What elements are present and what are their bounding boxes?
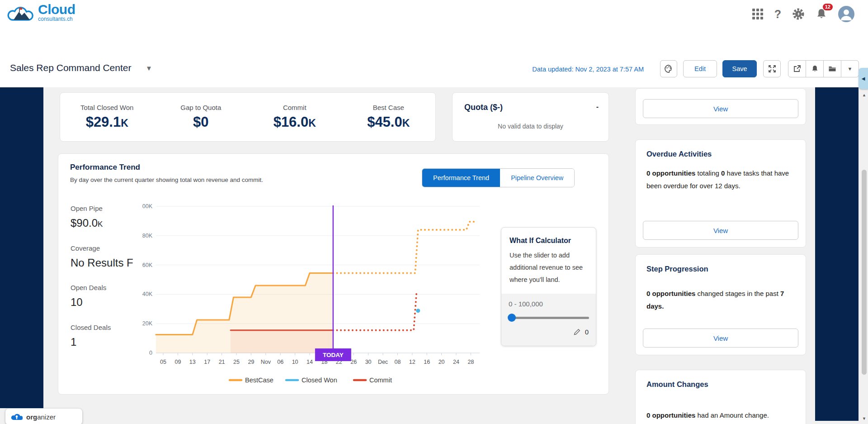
title-dropdown-caret-icon[interactable]: ▼ [146,64,152,72]
view-button-label: View [713,227,728,234]
titlebar-action-group: ▼ [788,60,859,77]
brand-subtitle: consultants.ch [38,16,75,22]
app-launcher-icon[interactable] [752,8,764,20]
bell-icon [811,65,819,73]
edit-button-label: Edit [694,65,706,72]
svg-text:Closed Won: Closed Won [302,376,337,384]
stat-label: Open Deals [71,284,138,291]
save-button-label: Save [732,65,747,72]
subscribe-bell-button[interactable] [806,61,824,77]
save-button[interactable]: Save [722,60,757,77]
kpi-label: Total Closed Won [60,104,154,111]
page-title: Sales Rep Command Center [10,62,131,73]
svg-text:Commit: Commit [369,376,392,384]
dashboard-canvas: Total Closed Won $29.1KGap to Quota $0Co… [0,87,868,424]
data-updated-text: Data updated: Nov 2, 2023 at 7:57 AM [532,66,644,73]
overdue-activities-text: 0 opportunities totaling 0 have tasks th… [646,167,796,192]
history-folder-button[interactable] [824,61,841,77]
chart-side-stats: Open Pipe$90.0KCoverageNo Results FOpen … [71,205,138,348]
what-if-title: What If Calculator [509,237,571,245]
amount-changes-title: Amount Changes [646,380,708,389]
collapse-panel-button[interactable]: ◀ [859,68,868,89]
quota-card: Quota ($-) - No valid data to display [452,92,609,142]
top-header: Cloud consultants.ch ? [0,0,868,29]
svg-text:80K: 80K [142,233,153,239]
kpi-value: $0 [154,114,248,130]
svg-text:0: 0 [149,350,152,356]
help-icon[interactable]: ? [774,8,781,21]
dashboard-title-bar: Sales Rep Command Center ▼ Data updated:… [0,51,868,88]
kpi-1: Gap to Quota $0 [154,93,248,141]
kpi-value: $45.0K [342,114,436,130]
svg-text:13: 13 [189,359,196,365]
notification-count-badge: 12 [823,4,833,10]
what-if-slider-panel: 0 - 100,000 0 [501,294,596,346]
svg-text:60K: 60K [142,262,153,268]
share-icon [793,65,801,73]
tab-bar: Analytics Studio Sales Rep Command Cente… [0,28,868,49]
toggle-performance-trend[interactable]: Performance Trend [422,169,500,187]
organizer-label: organizer [26,413,56,421]
scroll-down-arrow[interactable]: ▼ [860,414,868,422]
scrollbar-thumb[interactable] [862,170,867,375]
theme-palette-button[interactable] [660,60,677,77]
what-if-calculator-card: What If Calculator Use the slider to add… [501,227,596,346]
fullscreen-button[interactable] [763,60,781,77]
svg-text:16: 16 [424,359,430,365]
step-progression-text: 0 opportunities changed stages in the pa… [646,287,796,313]
organizer-extension-badge[interactable]: organizer [5,409,82,424]
svg-text:21: 21 [219,359,225,365]
view-button[interactable]: View [643,221,798,240]
caret-down-icon: ▼ [848,66,853,71]
revenue-slider[interactable] [509,317,589,319]
svg-text:Dec: Dec [378,359,388,365]
edit-pencil-icon[interactable] [574,329,580,335]
kpi-label: Commit [248,104,342,111]
quota-dash-value: - [596,103,599,111]
quota-empty-message: No valid data to display [453,123,609,130]
svg-text:10: 10 [292,359,298,365]
step-progression-card: Step Progression 0 opportunities changed… [635,254,806,355]
kpi-value: $16.0K [248,114,342,130]
svg-text:29: 29 [248,359,254,365]
kpi-label: Best Case [342,104,436,111]
svg-text:25: 25 [233,359,240,365]
performance-trend-chart: 020K40K60K80K100K05091317212529Nov061014… [142,199,549,394]
notifications-bell-icon[interactable]: 12 [816,8,827,20]
brand-logo: Cloud consultants.ch [7,3,75,25]
settings-gear-icon[interactable] [792,8,805,20]
kpi-0: Total Closed Won $29.1K [60,93,154,141]
cloud-mountain-logo-icon [7,3,35,25]
scroll-up-arrow[interactable]: ▲ [860,91,868,99]
vertical-scrollbar[interactable]: ▲ ▼ [860,87,868,424]
stat-label: Coverage [71,244,138,252]
stat-value: $90.0K [71,217,138,229]
stat-label: Open Pipe [71,205,138,212]
svg-text:30: 30 [365,359,372,365]
view-button[interactable]: View [643,99,798,118]
svg-text:12: 12 [409,359,415,365]
app-window: Cloud consultants.ch ? [0,0,868,424]
kpi-3: Best Case $45.0K [342,93,436,141]
view-button[interactable]: View [643,329,798,348]
svg-text:20: 20 [439,359,445,365]
slider-thumb[interactable] [508,314,516,322]
user-avatar[interactable] [838,6,854,22]
more-actions-caret-button[interactable]: ▼ [841,61,859,77]
stat-label: Closed Deals [71,324,138,331]
canvas-left-margin [0,87,43,408]
edit-button[interactable]: Edit [683,60,717,77]
folder-icon [828,65,836,72]
stat-value: 10 [71,296,138,309]
toggle-pipeline-overview[interactable]: Pipeline Overview [500,169,574,187]
view-button-label: View [713,334,728,342]
amount-changes-text: 0 opportunities had an Amount change. [646,409,796,422]
palette-icon [664,64,673,73]
svg-text:26: 26 [350,359,357,365]
svg-text:17: 17 [204,359,210,365]
share-button[interactable] [788,61,806,77]
svg-text:14: 14 [307,359,313,365]
kpi-label: Gap to Quota [154,104,248,111]
canvas-right-margin [815,87,859,421]
quota-title: Quota ($-) [464,103,503,112]
